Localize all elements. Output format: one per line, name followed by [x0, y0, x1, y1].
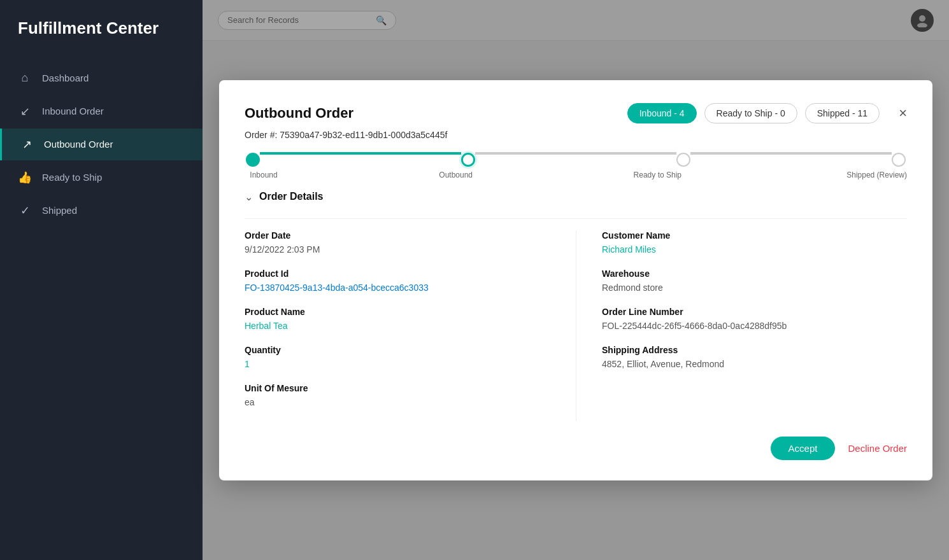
order-details-header: ⌄ Order Details — [245, 191, 907, 208]
order-line-number-value: FOL-225444dc-26f5-4666-8da0-0ac4288df95b — [602, 321, 907, 331]
sidebar-item-dashboard[interactable]: ⌂ Dashboard — [0, 62, 203, 94]
warehouse-value: Redmond store — [602, 283, 907, 293]
field-order-date: Order Date 9/12/2022 2:03 PM — [245, 230, 550, 255]
customer-name-label: Customer Name — [602, 230, 907, 241]
sidebar-item-inbound-order[interactable]: ↙ Inbound Order — [0, 95, 203, 127]
step-dot-shipped — [892, 153, 906, 167]
progress-section: Inbound Outbound Ready to Ship Shipped (… — [245, 153, 907, 179]
customer-name-value: Richard Miles — [602, 244, 907, 255]
step-shipped-review — [892, 153, 906, 167]
sidebar-label-ready: Ready to Ship — [42, 172, 102, 183]
product-id-value: FO-13870425-9a13-4bda-a054-bcecca6c3033 — [245, 283, 550, 293]
sidebar-label-outbound: Outbound Order — [44, 139, 113, 150]
home-icon: ⌂ — [18, 71, 32, 85]
modal: Outbound Order Inbound - 4 Ready to Ship… — [219, 80, 932, 480]
field-order-line-number: Order Line Number FOL-225444dc-26f5-4666… — [602, 307, 907, 331]
app-title: Fulfillment Center — [0, 0, 203, 57]
step-dot-outbound — [461, 153, 475, 167]
field-shipping-address: Shipping Address 4852, Elliot, Avenue, R… — [602, 345, 907, 369]
quantity-label: Quantity — [245, 345, 550, 355]
step-dot-inbound — [246, 153, 260, 167]
shipping-address-value: 4852, Elliot, Avenue, Redmond — [602, 359, 907, 369]
product-name-label: Product Name — [245, 307, 550, 317]
field-warehouse: Warehouse Redmond store — [602, 269, 907, 293]
sidebar-nav: ⌂ Dashboard ↙ Inbound Order ↗ Outbound O… — [0, 57, 203, 232]
modal-badges: Inbound - 4 Ready to Ship - 0 Shipped - … — [627, 103, 907, 123]
details-right-column: Customer Name Richard Miles Warehouse Re… — [576, 230, 907, 421]
details-left-column: Order Date 9/12/2022 2:03 PM Product Id … — [245, 230, 576, 421]
badge-ready-to-ship[interactable]: Ready to Ship - 0 — [704, 103, 797, 123]
inbound-icon: ↙ — [18, 104, 32, 118]
thumbsup-icon: 👍 — [18, 171, 32, 185]
sidebar-item-outbound-order[interactable]: ↗ Outbound Order — [0, 129, 203, 160]
sidebar-item-ready-to-ship[interactable]: 👍 Ready to Ship — [0, 162, 203, 193]
field-product-id: Product Id FO-13870425-9a13-4bda-a054-bc… — [245, 269, 550, 293]
field-customer-name: Customer Name Richard Miles — [602, 230, 907, 255]
field-unit-of-measure: Unit Of Mesure ea — [245, 383, 550, 407]
sidebar-label-inbound: Inbound Order — [42, 106, 104, 116]
field-quantity: Quantity 1 — [245, 345, 550, 369]
steps-labels: Inbound Outbound Ready to Ship Shipped (… — [245, 171, 907, 179]
order-number-value: 75390a47-9b32-ed11-9db1-000d3a5c445f — [280, 130, 447, 140]
sidebar-label-dashboard: Dashboard — [42, 73, 89, 83]
modal-overlay: Outbound Order Inbound - 4 Ready to Ship… — [203, 0, 949, 560]
shipping-address-label: Shipping Address — [602, 345, 907, 355]
unit-of-measure-label: Unit Of Mesure — [245, 383, 550, 393]
unit-of-measure-value: ea — [245, 397, 550, 407]
badge-inbound[interactable]: Inbound - 4 — [627, 103, 697, 123]
section-toggle-button[interactable]: ⌄ — [245, 191, 253, 203]
step-inbound — [246, 153, 260, 167]
step-ready-to-ship — [676, 153, 690, 167]
connector-1 — [260, 152, 461, 155]
step-label-inbound: Inbound — [245, 171, 283, 179]
order-number-prefix: Order #: — [245, 130, 277, 140]
modal-title: Outbound Order — [245, 105, 353, 122]
badge-shipped[interactable]: Shipped - 11 — [805, 103, 880, 123]
step-label-ready: Ready to Ship — [629, 171, 686, 179]
checkmark-icon: ✓ — [18, 204, 32, 218]
step-label-shipped-review: Shipped (Review) — [837, 171, 907, 179]
modal-header: Outbound Order Inbound - 4 Ready to Ship… — [245, 103, 907, 123]
connector-3 — [690, 152, 892, 155]
order-line-number-label: Order Line Number — [602, 307, 907, 317]
section-title: Order Details — [259, 191, 323, 202]
step-outbound — [461, 153, 475, 167]
product-id-label: Product Id — [245, 269, 550, 279]
outbound-icon: ↗ — [20, 137, 34, 151]
field-product-name: Product Name Herbal Tea — [245, 307, 550, 331]
sidebar: Fulfillment Center ⌂ Dashboard ↙ Inbound… — [0, 0, 203, 560]
warehouse-label: Warehouse — [602, 269, 907, 279]
accept-button[interactable]: Accept — [771, 437, 836, 460]
connector-2 — [475, 152, 676, 155]
main-area: 🔍 Outbound Order Inbound - 4 Ready to Sh… — [203, 0, 949, 560]
sidebar-label-shipped: Shipped — [42, 205, 77, 216]
order-date-label: Order Date — [245, 230, 550, 241]
quantity-value: 1 — [245, 359, 550, 369]
sidebar-item-shipped[interactable]: ✓ Shipped — [0, 195, 203, 227]
order-date-value: 9/12/2022 2:03 PM — [245, 244, 550, 255]
step-label-outbound: Outbound — [434, 171, 478, 179]
close-button[interactable]: × — [899, 106, 907, 120]
decline-button[interactable]: Decline Order — [848, 443, 907, 454]
product-name-value: Herbal Tea — [245, 321, 550, 331]
order-number: Order #: 75390a47-9b32-ed11-9db1-000d3a5… — [245, 130, 907, 140]
step-dot-ready — [676, 153, 690, 167]
details-grid: Order Date 9/12/2022 2:03 PM Product Id … — [245, 218, 907, 421]
modal-footer: Accept Decline Order — [245, 431, 907, 460]
